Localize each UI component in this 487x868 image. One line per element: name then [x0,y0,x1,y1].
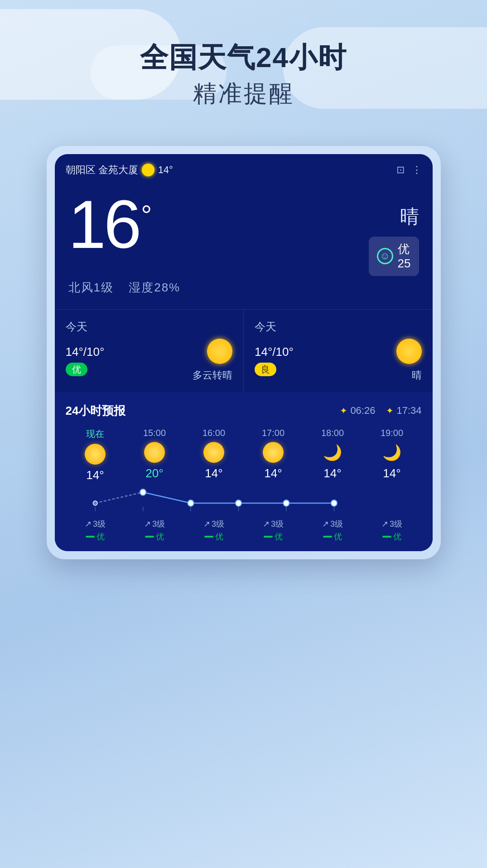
location-info: 朝阳区 金苑大厦 14° [66,163,173,177]
hour-temp-4: 14° [323,466,341,480]
today-panel-row-2: 14°/10° 良 晴 [255,339,422,382]
hour-temp-1: 20° [145,466,163,480]
weather-right: 晴 ☺ 优 25 [369,190,419,276]
wind-item-0: ↗3级优 [66,519,125,542]
hour-label-0: 现在 [86,428,104,440]
phone-frame: 朝阳区 金苑大厦 14° ⊡ ⋮ 16 ° 晴 ☺ [47,146,441,559]
more-icon[interactable]: ⋮ [412,164,422,176]
svg-point-2 [140,489,145,495]
aqi-label: 优 [398,242,411,256]
wind-dir-5: ↗3级 [381,519,402,529]
aqi-label-1: 优 [156,531,164,542]
today-panel-2: 今天 14°/10° 良 晴 [244,310,433,392]
header-section: 全国天气24小时 精准提醒 [0,0,487,110]
wind-aqi-4: 优 [323,531,342,542]
aqi-label-2: 优 [215,531,223,542]
aqi-bar-2 [204,536,213,538]
forecast-section: 24小时预报 ✦ 06:26 ✦ 17:34 现在14°15:002 [55,392,433,551]
wind-item-1: ↗3级优 [125,519,184,542]
weather-widget: 朝阳区 金苑大厦 14° ⊡ ⋮ 16 ° 晴 ☺ [55,154,433,551]
sunrise-sunset: ✦ 06:26 ✦ 17:34 [340,405,421,417]
hour-temp-0: 14° [86,468,104,482]
today-temp-1: 14°/10° [66,345,105,359]
sun-icon-hour-3 [263,442,284,463]
temp-row: 16 ° 晴 ☺ 优 25 [68,190,419,276]
svg-point-4 [235,500,241,506]
humidity-info: 湿度28% [129,281,180,294]
aqi-badge: ☺ 优 25 [369,237,419,276]
wind-aqi-1: 优 [145,531,164,542]
main-title: 全国天气24小时 [0,41,487,74]
header-temp: 14° [158,164,173,176]
sun-icon-hour-2 [203,442,224,463]
today-panels: 今天 14°/10° 优 多云转晴 [55,309,433,392]
wind-item-4: ↗3级优 [303,519,362,542]
wind-dir-3: ↗3级 [263,519,284,529]
svg-point-3 [188,500,193,506]
aqi-bar-1 [145,536,154,538]
aqi-label-5: 优 [393,531,401,542]
hour-temp-2: 14° [205,466,222,480]
degree-symbol: ° [141,199,152,231]
wind-item-5: ↗3级优 [362,519,422,542]
quality-badge-yellow: 良 [255,363,276,376]
hour-item-5: 19:00🌙14° [362,428,422,482]
moon-icon-hour-5: 🌙 [381,442,402,463]
hour-label-4: 18:00 [321,428,344,438]
hour-label-3: 17:00 [262,428,284,438]
wind-item-2: ↗3级优 [184,519,244,542]
header-sun-icon [142,164,154,176]
hour-label-2: 16:00 [203,428,225,438]
wind-dir-1: ↗3级 [144,519,165,529]
aqi-bar-0 [86,536,95,538]
hour-item-3: 17:0014° [244,428,303,482]
aqi-info: 优 25 [398,242,411,270]
aqi-value: 25 [398,257,411,271]
wind-item-3: ↗3级优 [244,519,303,542]
hour-item-4: 18:00🌙14° [303,428,362,482]
wind-info: 北风1级 [68,281,114,294]
share-icon[interactable]: ⊡ [396,164,405,176]
main-weather: 16 ° 晴 ☺ 优 25 北风1级 [55,181,433,309]
sunrise-time: 06:26 [350,405,375,417]
sun-icon-panel-2 [396,339,422,364]
smiley-icon: ☺ [377,248,393,264]
wind-dir-2: ↗3级 [203,519,224,529]
wind-dir-4: ↗3级 [322,519,343,529]
hour-temp-3: 14° [264,466,282,480]
wind-aqi-0: 优 [86,531,105,542]
sunset-item: ✦ 17:34 [386,405,421,417]
forecast-title: 24小时预报 [66,403,126,419]
sunrise-item: ✦ 06:26 [340,405,375,417]
location-text: 朝阳区 金苑大厦 [66,163,138,177]
condition-2: 晴 [412,369,422,382]
header-actions: ⊡ ⋮ [396,164,422,176]
svg-point-6 [331,500,337,506]
wind-aqi-3: 优 [264,531,283,542]
wind-row: ↗3级优↗3级优↗3级优↗3级优↗3级优↗3级优 [66,519,422,542]
sub-title: 精准提醒 [0,78,487,110]
hour-item-1: 15:0020° [125,428,184,482]
aqi-bar-4 [323,536,332,538]
today-label-2: 今天 [255,320,422,334]
forecast-header: 24小时预报 ✦ 06:26 ✦ 17:34 [66,403,422,419]
condition-1: 多云转晴 [193,369,232,382]
svg-line-0 [95,492,143,503]
aqi-label-3: 优 [275,531,283,542]
wind-dir-0: ↗3级 [85,519,106,529]
quality-badge-green: 优 [66,363,87,376]
temp-chart [66,484,422,511]
hourly-row: 现在14°15:0020°16:0014°17:0014°18:00🌙14°19… [66,428,422,482]
sunset-icon: ✦ [386,405,394,416]
widget-header: 朝阳区 金苑大厦 14° ⊡ ⋮ [55,154,433,181]
aqi-label-0: 优 [96,531,105,542]
today-panel-1: 今天 14°/10° 优 多云转晴 [55,310,244,392]
hour-item-2: 16:0014° [184,428,244,482]
svg-point-5 [283,500,289,506]
today-temp-2: 14°/10° [255,345,294,359]
hour-label-5: 19:00 [381,428,403,438]
aqi-bar-3 [264,536,273,538]
sun-icon-hour-0 [85,444,106,465]
sunset-time: 17:34 [396,405,421,417]
aqi-bar-5 [382,536,391,538]
